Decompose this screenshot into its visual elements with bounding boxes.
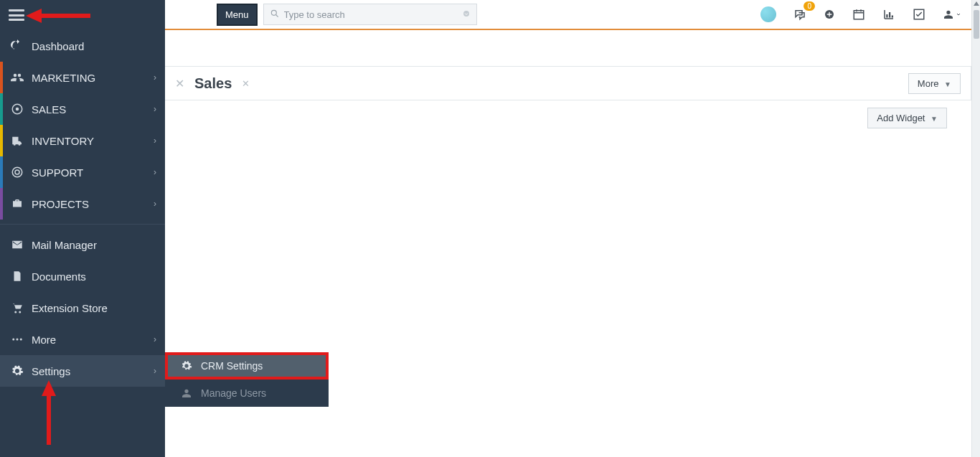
flyout-label-manage-users: Manage Users	[201, 387, 266, 399]
sidebar-label-documents: Documents	[32, 270, 86, 283]
check-square-icon[interactable]	[913, 8, 925, 21]
tab-more-button[interactable]: More ▼	[908, 73, 961, 94]
topbar: Menu 0	[165, 0, 971, 30]
add-widget-row: Add Widget ▼	[165, 102, 971, 133]
chevron-right-icon: ›	[154, 104, 156, 114]
menu-button[interactable]: Menu	[217, 4, 258, 26]
scroll-up-icon	[974, 1, 979, 6]
svg-marker-22	[42, 380, 56, 396]
calendar-icon[interactable]	[852, 8, 865, 21]
sidebar-label-inventory: INVENTORY	[32, 135, 94, 147]
gear-icon	[9, 364, 26, 377]
mail-icon	[9, 238, 26, 251]
chat-icon[interactable]: 0	[793, 8, 806, 21]
sidebar-item-marketing[interactable]: MARKETING ›	[0, 62, 165, 93]
svg-point-7	[271, 10, 276, 15]
chevron-down-icon[interactable]	[462, 9, 471, 20]
add-widget-label: Add Widget	[877, 113, 925, 123]
svg-point-5	[17, 339, 19, 341]
search-icon	[270, 9, 280, 21]
svg-line-8	[275, 14, 278, 17]
sidebar-item-mail-manager[interactable]: Mail Manager	[0, 229, 165, 260]
sidebar-item-projects[interactable]: PROJECTS ›	[0, 188, 165, 220]
svg-rect-16	[889, 12, 890, 18]
svg-marker-20	[26, 9, 42, 23]
sidebar-label-sales: SALES	[32, 103, 66, 116]
sidebar-label-more: More	[32, 334, 56, 346]
chevron-right-icon: ›	[154, 72, 156, 83]
scrollbar-thumb[interactable]	[974, 10, 979, 39]
sidebar: Dashboard MARKETING › SALES › INVENTORY …	[0, 0, 165, 457]
sidebar-item-more[interactable]: More ›	[0, 324, 165, 355]
chevron-right-icon: ›	[154, 366, 156, 376]
topbar-icons: 0	[760, 6, 971, 22]
users-icon	[9, 71, 26, 84]
chart-icon[interactable]	[882, 8, 895, 21]
sidebar-item-settings[interactable]: Settings ›	[0, 355, 165, 387]
lifebuoy-icon	[9, 166, 26, 179]
tab-close-right[interactable]: ✕	[232, 78, 260, 89]
target-icon	[9, 103, 26, 116]
tab-title: Sales	[194, 75, 232, 92]
sidebar-item-documents[interactable]: Documents	[0, 260, 165, 292]
gear-icon	[179, 360, 194, 372]
gauge-icon	[9, 39, 26, 52]
flyout-item-crm-settings[interactable]: CRM Settings	[165, 352, 329, 380]
sidebar-label-mail-manager: Mail Manager	[32, 239, 97, 251]
sidebar-label-settings: Settings	[32, 365, 70, 377]
sidebar-item-support[interactable]: SUPPORT ›	[0, 156, 165, 188]
add-widget-button[interactable]: Add Widget ▼	[867, 108, 947, 128]
caret-down-icon: ▼	[930, 115, 938, 123]
briefcase-icon	[9, 197, 26, 210]
plus-circle-icon[interactable]	[824, 9, 835, 20]
tab-more-label: More	[918, 78, 939, 89]
sidebar-label-marketing: MARKETING	[32, 72, 95, 84]
user-menu-icon[interactable]	[943, 9, 961, 20]
sidebar-separator	[0, 224, 165, 225]
svg-rect-17	[892, 16, 893, 18]
sidebar-item-extension-store[interactable]: Extension Store	[0, 292, 165, 324]
search-input[interactable]	[284, 9, 462, 20]
svg-point-4	[12, 339, 14, 341]
cart-icon	[9, 301, 26, 314]
vertical-scrollbar[interactable]	[971, 0, 980, 457]
tab-close-left[interactable]: ✕	[165, 77, 194, 90]
search-box[interactable]	[263, 4, 477, 25]
chevron-right-icon: ›	[154, 136, 156, 146]
svg-point-6	[20, 339, 22, 341]
sidebar-item-dashboard[interactable]: Dashboard	[0, 30, 165, 62]
svg-rect-15	[886, 14, 887, 18]
settings-flyout: CRM Settings Manage Users	[165, 352, 329, 407]
caret-down-icon: ▼	[944, 80, 951, 88]
svg-point-1	[16, 108, 19, 111]
svg-rect-11	[854, 11, 864, 19]
truck-icon	[9, 134, 26, 147]
chevron-right-icon: ›	[154, 334, 156, 344]
sidebar-label-projects: PROJECTS	[32, 198, 89, 210]
sidebar-item-sales[interactable]: SALES ›	[0, 93, 165, 125]
flyout-label-crm-settings: CRM Settings	[201, 360, 263, 372]
chevron-right-icon: ›	[154, 167, 156, 177]
hamburger-icon[interactable]	[9, 9, 24, 21]
user-icon	[179, 387, 194, 399]
tab-strip: ✕ Sales ✕ More ▼	[165, 66, 971, 100]
sidebar-label-support: SUPPORT	[32, 166, 83, 179]
ellipsis-icon	[9, 333, 26, 346]
chat-badge: 0	[804, 1, 815, 11]
sidebar-label-dashboard: Dashboard	[32, 40, 84, 52]
sidebar-label-extension-store: Extension Store	[32, 302, 108, 314]
document-icon	[9, 270, 26, 283]
svg-point-2	[12, 167, 22, 177]
annotation-arrow-top	[26, 7, 90, 27]
chevron-right-icon: ›	[154, 199, 156, 209]
sidebar-item-inventory[interactable]: INVENTORY ›	[0, 125, 165, 156]
app-logo-icon[interactable]	[760, 6, 776, 22]
svg-point-3	[15, 170, 19, 174]
flyout-item-manage-users[interactable]: Manage Users	[165, 380, 329, 407]
annotation-arrow-bottom	[40, 380, 57, 447]
svg-point-9	[463, 11, 469, 17]
